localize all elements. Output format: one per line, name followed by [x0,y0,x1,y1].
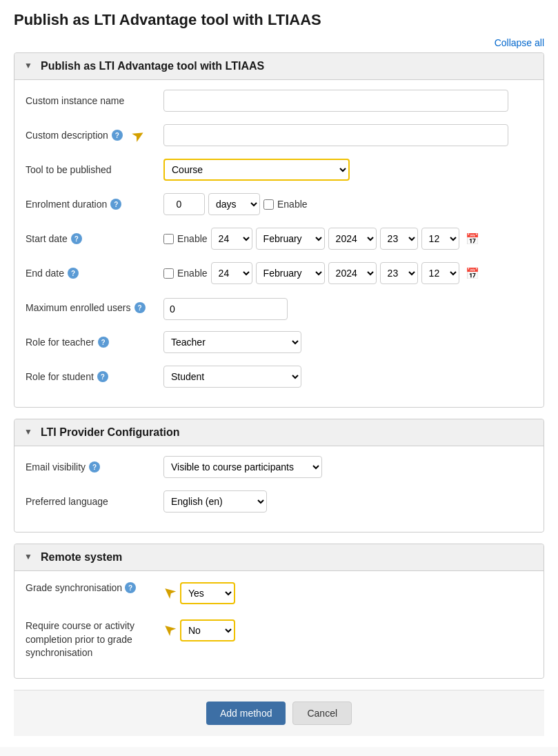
section-publish-body: Custom instance name Custom description … [14,80,544,407]
label-role-teacher: Role for teacher ? [26,337,163,348]
role-teacher-select[interactable]: Teacher Manager Student [163,331,301,353]
control-enrolment-duration: days weeks months Enable [163,193,532,215]
help-icon-role-student[interactable]: ? [97,371,108,382]
section-publish: ▼ Publish as LTI Advantage tool with LTI… [14,52,544,408]
start-year-select[interactable]: 2024 [328,228,377,250]
control-role-student: Student Teacher Manager [163,366,532,388]
section-lti-provider: ▼ LTI Provider Configuration Email visib… [14,419,544,533]
custom-description-input[interactable] [163,124,508,146]
control-end-date: Enable 24 February 2024 23 12 [163,262,532,284]
enable-end-checkbox[interactable] [163,268,174,279]
enable-start-checkbox[interactable] [163,234,174,244]
label-max-enrolled: Maximum enrolled users ? [26,298,163,313]
control-max-enrolled [163,298,532,320]
label-preferred-language: Preferred language [26,496,163,507]
row-role-student: Role for student ? Student Teacher Manag… [26,364,532,389]
label-tool-published: Tool to be published [26,164,163,175]
section-lti-chevron[interactable]: ▼ [24,427,35,438]
start-day-select[interactable]: 24 [211,228,252,250]
row-role-teacher: Role for teacher ? Teacher Manager Stude… [26,330,532,355]
add-method-button[interactable]: Add method [206,702,286,725]
control-custom-instance-name [163,90,532,112]
label-email-visibility: Email visibility ? [26,461,163,472]
arrow-annotation-tool: ➤ [128,124,148,146]
row-start-date: Start date ? Enable 24 February 20 [26,226,532,251]
row-end-date: End date ? Enable 24 February 2024 [26,261,532,286]
role-student-select[interactable]: Student Teacher Manager [163,366,301,388]
section-remote-header: ▼ Remote system [14,544,544,571]
label-custom-instance-name: Custom instance name [26,95,163,106]
custom-instance-name-input[interactable] [163,90,508,112]
label-custom-description: Custom description ? ➤ [26,126,163,144]
row-tool-published: Tool to be published Course Activity [26,157,532,182]
end-calendar-icon[interactable]: 📅 [463,263,482,283]
label-require-completion: Require course or activity completion pr… [26,619,163,660]
end-day-select[interactable]: 24 [211,262,252,284]
control-tool-published: Course Activity [163,159,532,181]
start-hour-select[interactable]: 23 [380,228,418,250]
preferred-language-select[interactable]: English (en) French (fr) Spanish (es) [163,490,267,513]
end-minute-select[interactable]: 12 [421,262,459,284]
label-end-date: End date ? [26,268,163,279]
enrolment-number-input[interactable] [163,193,205,215]
section-publish-title: Publish as LTI Advantage tool with LTIAA… [41,60,264,72]
help-icon-email[interactable]: ? [89,461,100,472]
end-month-select[interactable]: February [256,262,325,284]
help-icon-custom-description[interactable]: ? [112,130,123,141]
footer: Add method Cancel [14,690,544,736]
enable-start-label[interactable]: Enable [163,233,208,244]
grade-sync-select[interactable]: Yes No [180,582,235,604]
row-email-visibility: Email visibility ? Visible to course par… [26,455,532,479]
control-start-date: Enable 24 February 2024 23 12 [163,228,532,250]
help-icon-role-teacher[interactable]: ? [98,337,109,348]
row-custom-description: Custom description ? ➤ [26,123,532,148]
tool-published-select[interactable]: Course Activity [163,159,350,181]
max-enrolled-input[interactable] [163,298,288,320]
row-require-completion: Require course or activity completion pr… [26,614,532,660]
help-icon-end-date[interactable]: ? [68,268,79,279]
help-icon-grade-sync[interactable]: ? [125,582,136,593]
section-publish-header: ▼ Publish as LTI Advantage tool with LTI… [14,53,544,80]
help-icon-max-enrolled[interactable]: ? [134,302,146,313]
label-start-date: Start date ? [26,233,163,244]
section-remote-chevron[interactable]: ▼ [24,552,35,563]
start-month-select[interactable]: February [256,228,325,250]
start-minute-select[interactable]: 12 [421,228,459,250]
row-preferred-language: Preferred language English (en) French (… [26,489,532,514]
control-grade-sync: ➤ Yes No [163,582,532,604]
require-completion-select[interactable]: No Yes [180,619,235,641]
page-title: Publish as LTI Advantage tool with LTIAA… [14,11,544,29]
help-icon-enrolment[interactable]: ? [110,199,121,210]
row-grade-sync: Grade synchronisation ? ➤ Yes No [26,579,532,604]
label-enrolment-duration: Enrolment duration ? [26,199,163,210]
label-role-student: Role for student ? [26,371,163,382]
enable-enrolment-label[interactable]: Enable [263,199,308,210]
section-publish-chevron[interactable]: ▼ [24,61,35,72]
row-custom-instance-name: Custom instance name [26,88,532,113]
section-remote-title: Remote system [41,551,122,564]
control-role-teacher: Teacher Manager Student [163,331,532,353]
enrolment-days-select[interactable]: days weeks months [208,193,260,215]
section-remote-system: ▼ Remote system Grade synchronisation ? … [14,544,544,679]
section-remote-body: Grade synchronisation ? ➤ Yes No [14,571,544,678]
start-calendar-icon[interactable]: 📅 [463,229,482,248]
help-icon-start-date[interactable]: ? [71,233,82,244]
row-enrolment-duration: Enrolment duration ? days weeks months E… [26,192,532,217]
section-lti-title: LTI Provider Configuration [41,426,179,439]
cancel-button[interactable]: Cancel [292,702,352,725]
enable-enrolment-checkbox[interactable] [263,199,274,210]
end-hour-select[interactable]: 23 [380,262,418,284]
section-lti-body: Email visibility ? Visible to course par… [14,446,544,532]
collapse-all-link[interactable]: Collapse all [495,37,544,48]
control-require-completion: ➤ No Yes [163,619,532,641]
control-preferred-language: English (en) French (fr) Spanish (es) [163,490,532,513]
end-year-select[interactable]: 2024 [328,262,377,284]
enable-end-label[interactable]: Enable [163,268,208,279]
email-visibility-select[interactable]: Visible to course participants Hidden Vi… [163,456,322,478]
label-grade-sync: Grade synchronisation ? [26,582,163,593]
section-lti-header: ▼ LTI Provider Configuration [14,419,544,446]
control-custom-description [163,124,532,146]
control-email-visibility: Visible to course participants Hidden Vi… [163,456,532,478]
row-max-enrolled: Maximum enrolled users ? [26,295,532,320]
